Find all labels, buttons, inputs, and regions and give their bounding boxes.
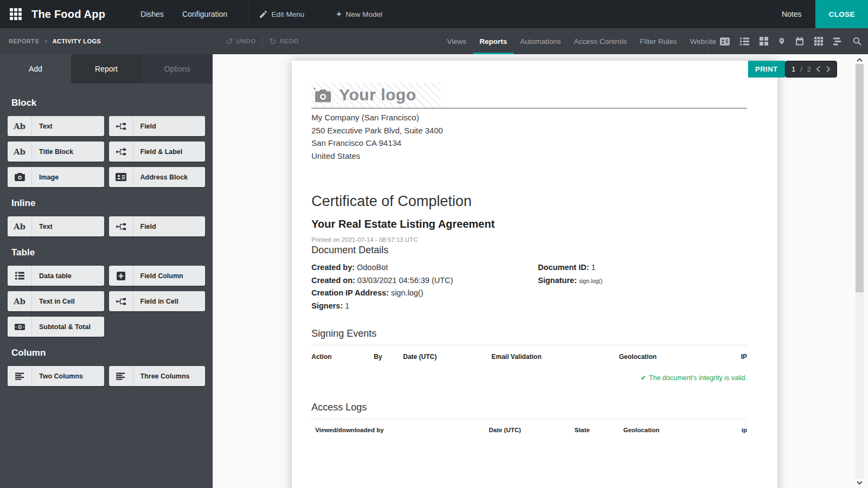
field-signature[interactable]: Signature:sign.log() bbox=[538, 274, 747, 288]
block-field-label-button[interactable]: Field & Label bbox=[109, 142, 206, 162]
studio-tabs: Views Reports Automations Access Control… bbox=[441, 28, 723, 54]
pencil-icon bbox=[260, 11, 267, 18]
report-document[interactable]: Your logo My Company (San Francisco) 250… bbox=[292, 61, 777, 488]
field-created-on[interactable]: Created on:03/03/2021 04:56:39 (UTC) bbox=[311, 274, 538, 287]
column-section: Two Columns Three Columns bbox=[8, 366, 205, 386]
scroll-up-arrow[interactable] bbox=[856, 55, 864, 64]
tab-access-controls[interactable]: Access Controls bbox=[567, 28, 634, 54]
signing-events-heading[interactable]: Signing Events bbox=[311, 328, 747, 345]
menu-configuration[interactable]: Configuration bbox=[173, 0, 237, 28]
table-field-in-cell-button[interactable]: Field in Cell bbox=[109, 291, 206, 311]
field-document-id[interactable]: Document ID:1 bbox=[538, 261, 747, 274]
calendar-view-icon[interactable] bbox=[795, 37, 804, 46]
field-label: Created on: bbox=[311, 276, 355, 285]
scrollbar-thumb[interactable] bbox=[856, 64, 864, 292]
printed-on-text: Printed on 2021-07-14 - 08:57:13 UTC bbox=[311, 236, 747, 243]
document-details-heading[interactable]: Document Details bbox=[311, 245, 747, 256]
tab-filter-rules[interactable]: Filter Rules bbox=[633, 28, 683, 54]
print-button[interactable]: PRINT bbox=[748, 61, 785, 78]
sidebar-tab-add[interactable]: Add bbox=[0, 54, 71, 84]
gantt-view-icon[interactable] bbox=[833, 37, 843, 46]
company-country: United States bbox=[311, 150, 747, 163]
company-address-block[interactable]: My Company (San Francisco) 250 Executive… bbox=[311, 111, 747, 162]
company-street: 250 Executive Park Blvd, Suite 3400 bbox=[311, 124, 747, 137]
app-title: The Food App bbox=[31, 8, 105, 21]
redo-icon: ↻ bbox=[269, 36, 277, 47]
column-header: Email Validation bbox=[492, 353, 619, 361]
table-text-in-cell-button[interactable]: Ab Text in Cell bbox=[8, 291, 104, 311]
text-icon: Ab bbox=[8, 142, 32, 162]
scroll-down-arrow[interactable] bbox=[856, 478, 864, 487]
table-data-table-button[interactable]: Data table bbox=[8, 266, 104, 286]
undo-button[interactable]: ↺ UNDO bbox=[219, 36, 262, 47]
table-section: Data table Field Column Ab Text in Cell … bbox=[8, 266, 205, 337]
button-label: Data table bbox=[32, 272, 72, 280]
column-two-columns-button[interactable]: Two Columns bbox=[8, 366, 104, 386]
field-icon bbox=[109, 116, 133, 136]
top-navbar: The Food App Dishes Configuration Edit M… bbox=[0, 0, 868, 28]
report-title[interactable]: Certificate of Completion bbox=[311, 193, 747, 210]
breadcrumb-parent[interactable]: REPORTS bbox=[9, 38, 39, 44]
map-view-icon[interactable] bbox=[778, 37, 785, 46]
column-three-columns-button[interactable]: Three Columns bbox=[109, 366, 206, 386]
report-document-content: Your logo My Company (San Francisco) 250… bbox=[292, 61, 777, 433]
close-button[interactable]: CLOSE bbox=[815, 0, 868, 28]
block-section: Ab Text Field Ab Title Block Field & Lab… bbox=[8, 116, 205, 187]
document-details-fields: Created by:OdooBot Created on:03/03/2021… bbox=[311, 261, 747, 312]
notes-button[interactable]: Notes bbox=[768, 10, 816, 18]
pivot-view-icon[interactable] bbox=[814, 37, 823, 46]
field-created-by[interactable]: Created by:OdooBot bbox=[311, 261, 538, 274]
table-subtotal-total-button[interactable]: Subtotal & Total bbox=[8, 317, 104, 337]
column-header: Geolocation bbox=[623, 427, 719, 433]
search-icon[interactable] bbox=[853, 37, 861, 46]
field-icon bbox=[109, 291, 133, 311]
button-label: Text in Cell bbox=[32, 298, 75, 305]
tab-reports[interactable]: Reports bbox=[473, 28, 514, 54]
field-label: Signers: bbox=[311, 301, 343, 310]
sidebar-tabs: Add Report Options bbox=[0, 54, 213, 84]
logo-placeholder[interactable]: Your logo bbox=[311, 82, 441, 107]
field-signers[interactable]: Signers:1 bbox=[311, 300, 538, 313]
report-subtitle[interactable]: Your Real Estate Listing Agreement bbox=[311, 218, 747, 230]
button-label: Three Columns bbox=[133, 373, 190, 380]
block-text-button[interactable]: Ab Text bbox=[8, 116, 104, 136]
next-page-button[interactable] bbox=[826, 66, 831, 73]
section-title-table: Table bbox=[11, 247, 205, 258]
inline-text-button[interactable]: Ab Text bbox=[8, 216, 104, 236]
field-label: Created by: bbox=[311, 263, 355, 272]
pager-total-pages: 2 bbox=[807, 65, 811, 73]
view-switcher bbox=[707, 28, 861, 54]
apps-menu-button[interactable] bbox=[0, 0, 31, 28]
table-field-column-button[interactable]: Field Column bbox=[109, 266, 206, 286]
company-city: San Francisco CA 94134 bbox=[311, 137, 747, 150]
studio-sidebar: Add Report Options Block Ab Text Field A… bbox=[0, 54, 213, 488]
sidebar-tab-report[interactable]: Report bbox=[71, 54, 142, 84]
tab-views[interactable]: Views bbox=[441, 28, 473, 54]
field-label: Creation IP Address: bbox=[311, 288, 389, 297]
field-icon bbox=[109, 216, 133, 236]
scrollbar-track[interactable] bbox=[856, 63, 864, 479]
access-logs-heading[interactable]: Access Logs bbox=[311, 402, 747, 419]
report-preview-canvas: Your logo My Company (San Francisco) 250… bbox=[213, 54, 868, 488]
redo-button[interactable]: ↻ REDO bbox=[263, 36, 305, 47]
inline-field-button[interactable]: Field bbox=[109, 216, 206, 236]
new-model-button[interactable]: + New Model bbox=[325, 0, 393, 28]
button-label: Title Block bbox=[32, 148, 73, 156]
sidebar-tab-options[interactable]: Options bbox=[142, 54, 213, 84]
new-model-label: New Model bbox=[346, 10, 382, 18]
field-value: 1 bbox=[345, 301, 349, 310]
field-creation-ip[interactable]: Creation IP Address:sign.log() bbox=[311, 287, 538, 300]
block-address-block-button[interactable]: Address Block bbox=[109, 167, 206, 187]
section-title-column: Column bbox=[11, 348, 205, 358]
block-image-button[interactable]: Image bbox=[8, 167, 104, 187]
previous-page-button[interactable] bbox=[816, 66, 821, 73]
kanban-view-icon[interactable] bbox=[760, 37, 768, 46]
tab-automations[interactable]: Automations bbox=[514, 28, 567, 54]
block-title-block-button[interactable]: Ab Title Block bbox=[8, 142, 104, 162]
edit-menu-button[interactable]: Edit Menu bbox=[248, 0, 315, 28]
block-field-button[interactable]: Field bbox=[109, 116, 206, 136]
list-view-icon[interactable] bbox=[740, 37, 749, 46]
field-icon bbox=[109, 142, 133, 162]
menu-dishes[interactable]: Dishes bbox=[131, 0, 173, 28]
form-view-icon[interactable] bbox=[720, 37, 730, 46]
